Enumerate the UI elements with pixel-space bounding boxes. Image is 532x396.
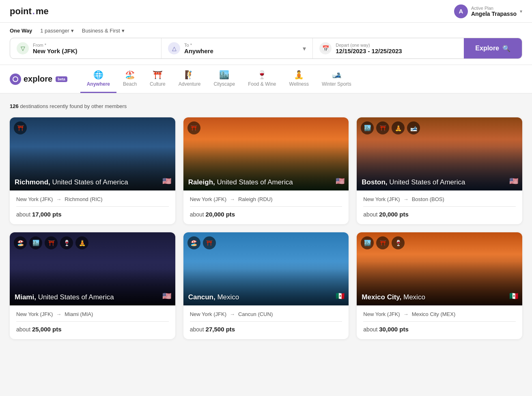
- anywhere-icon: 🌐: [93, 70, 103, 80]
- from-icon: ▽: [17, 42, 29, 54]
- card-badge: 🏖️: [187, 236, 200, 249]
- tab-anywhere[interactable]: 🌐 Anywhere: [80, 65, 116, 93]
- to-field[interactable]: △ To * Anywhere ▾: [162, 38, 313, 58]
- card-price: about 27,500 pts: [190, 326, 342, 333]
- card-flag: 🇺🇸: [509, 177, 518, 186]
- price-prefix: about: [16, 326, 32, 333]
- card-divider: [190, 321, 342, 322]
- date-value: 12/15/2023 - 12/25/2023: [336, 48, 402, 54]
- card-country: Mexico: [403, 293, 425, 301]
- cabin-selector[interactable]: Business & First ▾: [82, 28, 125, 34]
- tab-food-wine-label: Food & Wine: [248, 81, 276, 87]
- card-body: New York (JFK) → Richmond (RIC) about 17…: [10, 190, 175, 224]
- card-body: New York (JFK) → Mexico City (MEX) about…: [357, 305, 522, 339]
- card-badges: 🏙️⛩️🍷: [361, 236, 405, 249]
- explore-nav: explorebeta 🌐 Anywhere 🏖️ Beach ⛩️ Cultu…: [0, 65, 532, 93]
- tab-beach[interactable]: 🏖️ Beach: [116, 65, 143, 93]
- tab-culture-label: Culture: [150, 81, 166, 87]
- card-flag: 🇺🇸: [336, 177, 345, 186]
- destination-card[interactable]: ⛩️ Raleigh, United States of America 🇺🇸 …: [183, 117, 349, 224]
- route-to: Richmond (RIC): [65, 196, 102, 202]
- explore-brand: explorebeta: [10, 68, 67, 91]
- card-badge: 🏖️: [14, 236, 27, 249]
- from-label: From *: [33, 43, 77, 48]
- chevron-down-icon: ▾: [520, 9, 522, 14]
- passengers-selector[interactable]: 1 passenger ▾: [40, 28, 74, 34]
- tab-wellness[interactable]: 🧘 Wellness: [283, 65, 315, 93]
- trip-type-one-way[interactable]: One Way: [10, 28, 32, 34]
- destination-card[interactable]: 🏙️⛩️🍷 Mexico City, Mexico 🇲🇽 New York (J…: [357, 232, 522, 339]
- explore-button[interactable]: Explore 🔍: [464, 38, 522, 58]
- tab-winter-sports[interactable]: 🎿 Winter Sports: [315, 65, 358, 93]
- tab-adventure[interactable]: 🧗 Adventure: [172, 65, 207, 93]
- date-field[interactable]: 📅 Depart (one way) 12/15/2023 - 12/25/20…: [313, 38, 464, 58]
- card-title: Raleigh, United States of America: [188, 178, 344, 186]
- route-to: Mexico City (MEX): [412, 311, 456, 317]
- destination-card[interactable]: 🏖️⛩️ Cancun, Mexico 🇲🇽 New York (JFK) → …: [183, 232, 349, 339]
- card-flag: 🇺🇸: [162, 177, 171, 186]
- card-badge: ⛩️: [187, 121, 200, 134]
- card-divider: [363, 206, 516, 207]
- from-value: New York (JFK): [33, 48, 77, 54]
- tab-cityscape-label: Cityscape: [213, 81, 235, 87]
- card-flag: 🇺🇸: [162, 292, 171, 301]
- card-badge: 🍷: [60, 236, 73, 249]
- route-from: New York (JFK): [363, 196, 400, 202]
- user-name: Angela Trapasso: [471, 11, 517, 17]
- logo-text: point: [10, 6, 32, 17]
- date-content: Depart (one way) 12/15/2023 - 12/25/2023: [336, 43, 402, 54]
- card-badge: 🏙️: [361, 121, 374, 134]
- explore-logo-icon: [10, 74, 21, 85]
- to-icon: △: [168, 42, 180, 54]
- trip-options: One Way 1 passenger ▾ Business & First ▾: [10, 28, 522, 34]
- search-inputs: ▽ From * New York (JFK) △ To * Anywhere …: [10, 38, 522, 59]
- route-arrow-icon: →: [230, 196, 235, 202]
- tab-food-wine[interactable]: 🍷 Food & Wine: [241, 65, 282, 93]
- user-menu[interactable]: A Active Plan Angela Trapasso ▾: [454, 4, 522, 18]
- price-value: 25,000 pts: [32, 326, 62, 333]
- results-count: 126: [10, 103, 19, 109]
- card-divider: [16, 321, 169, 322]
- destination-card[interactable]: 🏙️⛩️🧘🎿 Boston, United States of America …: [357, 117, 522, 224]
- card-city: Richmond, United States of America: [15, 178, 128, 186]
- logo[interactable]: point.me: [10, 6, 49, 17]
- card-image: ⛩️ Raleigh, United States of America 🇺🇸: [183, 117, 349, 190]
- card-badge: 🧘: [75, 236, 88, 249]
- card-route: New York (JFK) → Richmond (RIC): [16, 196, 169, 202]
- card-image: 🏙️⛩️🧘🎿 Boston, United States of America …: [357, 117, 522, 190]
- card-route: New York (JFK) → Cancun (CUN): [190, 311, 342, 317]
- destination-card[interactable]: ⛩️ Richmond, United States of America 🇺🇸…: [10, 117, 175, 224]
- card-badge: ⛩️: [376, 236, 389, 249]
- from-content: From * New York (JFK): [33, 43, 77, 54]
- card-city: Miami, United States of America: [15, 293, 114, 301]
- destination-card[interactable]: 🏖️🏙️⛩️🍷🧘 Miami, United States of America…: [10, 232, 175, 339]
- card-title: Mexico City, Mexico: [362, 293, 517, 301]
- card-route: New York (JFK) → Raleigh (RDU): [190, 196, 342, 202]
- card-price: about 20,000 pts: [190, 211, 342, 218]
- from-field[interactable]: ▽ From * New York (JFK): [10, 38, 162, 58]
- cityscape-icon: 🏙️: [219, 70, 229, 80]
- logo-dot: .: [32, 6, 35, 17]
- card-badge: 🏙️: [361, 236, 374, 249]
- route-from: New York (JFK): [190, 196, 226, 202]
- winter-sports-icon: 🎿: [332, 70, 342, 80]
- tab-beach-label: Beach: [123, 81, 137, 87]
- date-label: Depart (one way): [336, 43, 402, 48]
- adventure-icon: 🧗: [185, 70, 195, 80]
- tab-wellness-label: Wellness: [289, 81, 309, 87]
- card-flag: 🇲🇽: [336, 292, 345, 301]
- card-city: Mexico City, Mexico: [362, 293, 425, 301]
- price-prefix: about: [363, 326, 379, 333]
- culture-icon: ⛩️: [153, 70, 163, 80]
- card-price: about 20,000 pts: [363, 211, 516, 218]
- to-label: To *: [184, 43, 213, 48]
- card-city: Raleigh, United States of America: [188, 178, 293, 186]
- active-plan-label: Active Plan: [471, 6, 517, 11]
- price-value: 17,000 pts: [32, 211, 62, 218]
- tab-cityscape[interactable]: 🏙️ Cityscape: [207, 65, 241, 93]
- user-info: Active Plan Angela Trapasso: [471, 6, 517, 17]
- to-value: Anywhere: [184, 48, 213, 54]
- card-image: 🏖️🏙️⛩️🍷🧘 Miami, United States of America…: [10, 232, 175, 305]
- card-badge: 🍷: [392, 236, 405, 249]
- tab-culture[interactable]: ⛩️ Culture: [143, 65, 172, 93]
